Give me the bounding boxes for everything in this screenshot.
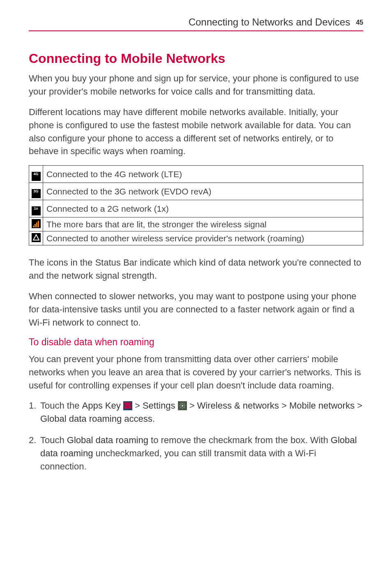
signal-bars-icon [32,219,41,228]
network-icons-table: 4G Connected to the 4G network (LTE) 3G … [29,165,363,245]
settings-icon [178,401,187,410]
settings-label: Settings [143,400,175,411]
sep: > [279,400,289,411]
slower-networks-paragraph: When connected to slower networks, you m… [29,290,363,329]
wireless-label: Wireless & networks [197,400,279,411]
table-desc: The more bars that are lit, the stronger… [43,217,363,231]
icon-4g: 4G [29,166,43,183]
step1-end: . [152,414,155,424]
table-row: 4G Connected to the 4G network (LTE) [29,166,363,183]
table-row: Connected to another wireless service pr… [29,231,363,245]
table-desc: Connected to a 2G network (1x) [43,200,363,217]
mobile-networks-label: Mobile networks [289,400,355,411]
icon-signal-bars [29,217,43,231]
roaming-triangle-icon [32,233,41,242]
apps-key-label: Apps Key [82,400,121,411]
svg-marker-0 [33,235,39,240]
network-2g-icon: 1x [32,206,41,215]
table-desc: Connected to the 3G network (EVDO revA) [43,183,363,200]
global-access-label: Global data roaming access [40,414,152,424]
section-heading: Connecting to Mobile Networks [29,51,363,66]
subsection-heading: To disable data when roaming [29,337,363,348]
sep: > [132,400,143,411]
step-2: Touch Global data roaming to remove the … [29,434,363,473]
step1-pre: Touch the [40,400,82,411]
status-bar-paragraph: The icons in the Status Bar indicate whi… [29,256,363,282]
table-desc: Connected to another wireless service pr… [43,231,363,245]
table-row: 3G Connected to the 3G network (EVDO rev… [29,183,363,200]
global-roaming-label-1: Global data roaming [67,435,148,445]
page-header: Connecting to Networks and Devices 45 [29,16,363,31]
steps-list: Touch the Apps Key > Settings > Wireless… [29,399,363,473]
network-3g-icon: 3G [32,189,41,198]
table-row: The more bars that are lit, the stronger… [29,217,363,231]
table-row: 1x Connected to a 2G network (1x) [29,200,363,217]
network-4g-icon: 4G [32,172,41,181]
icon-3g: 3G [29,183,43,200]
icon-2g: 1x [29,200,43,217]
table-desc: Connected to the 4G network (LTE) [43,166,363,183]
roaming-intro-paragraph: You can prevent your phone from transmit… [29,353,363,392]
step-1: Touch the Apps Key > Settings > Wireless… [29,399,363,425]
page-number: 45 [356,19,363,26]
sep: > [187,400,197,411]
svg-point-1 [182,405,183,407]
step2-mid1: to remove the checkmark from the box. Wi… [148,435,331,445]
sep: > [355,400,362,411]
apps-key-icon [123,401,132,410]
intro-paragraph-1: When you buy your phone and sign up for … [29,72,363,98]
header-title: Connecting to Networks and Devices [189,16,350,28]
intro-paragraph-2: Different locations may have different m… [29,106,363,158]
step2-pre: Touch [40,435,67,445]
icon-roaming [29,231,43,245]
